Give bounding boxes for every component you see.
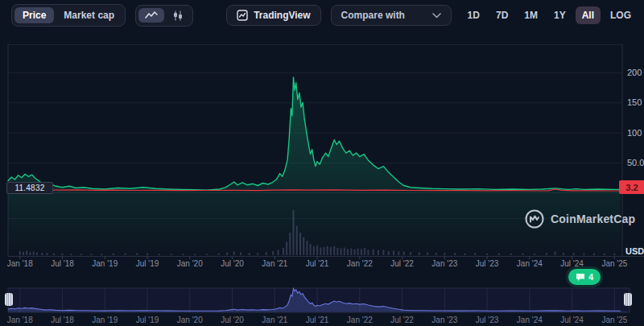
- y-axis-tick: 100: [627, 128, 642, 138]
- navigator-right-handle[interactable]: [624, 293, 632, 306]
- compare-with-label: Compare with: [341, 10, 405, 21]
- annotation-count: 4: [588, 272, 593, 282]
- chart-widget: Price Market cap: [0, 0, 644, 326]
- compare-price-badge: 3.2: [619, 180, 644, 194]
- range-button-log[interactable]: LOG: [604, 6, 638, 24]
- chart-type-toggle: [135, 5, 193, 27]
- y-axis-tick: 200: [627, 68, 642, 77]
- line-chart-icon: [145, 10, 158, 20]
- compare-with-select[interactable]: Compare with: [331, 5, 452, 26]
- currency-axis-label: USD: [625, 246, 644, 256]
- coinmarketcap-logo-icon: [525, 209, 544, 229]
- range-button-1y[interactable]: 1Y: [547, 6, 572, 24]
- market-cap-tab[interactable]: Market cap: [56, 7, 122, 23]
- candlestick-icon: [172, 10, 184, 21]
- tradingview-button[interactable]: TradingView: [226, 5, 320, 26]
- line-chart-button[interactable]: [138, 8, 164, 23]
- range-selector: 1D7D1M1YAllLOG: [461, 6, 638, 24]
- tradingview-icon: [237, 10, 248, 21]
- annotations-badge[interactable]: 4: [568, 269, 601, 285]
- current-price-badge: 11.4832: [6, 182, 53, 194]
- range-button-7d[interactable]: 7D: [489, 6, 514, 24]
- range-button-1d[interactable]: 1D: [461, 6, 486, 24]
- y-axis-tick: 150: [627, 97, 642, 107]
- chevron-down-icon: [432, 13, 441, 19]
- chat-bubble-icon: [576, 273, 585, 282]
- navigator-left-handle[interactable]: [5, 293, 13, 306]
- price-tab[interactable]: Price: [14, 7, 54, 23]
- chart-canvas: 20015010050.0: [0, 0, 644, 326]
- watermark-text: CoinMarketCap: [551, 213, 635, 225]
- series-toggle: Price Market cap: [11, 4, 126, 27]
- chart-toolbar: Price Market cap: [11, 4, 638, 27]
- toolbar-right: TradingView Compare with 1D7D1M1YAllLOG: [226, 5, 638, 26]
- range-button-all[interactable]: All: [576, 6, 601, 24]
- y-axis-tick: 50.0: [627, 158, 644, 167]
- range-button-1m[interactable]: 1M: [518, 6, 544, 24]
- tradingview-label: TradingView: [254, 10, 310, 21]
- coinmarketcap-watermark: CoinMarketCap: [525, 209, 635, 229]
- candlestick-button[interactable]: [166, 8, 190, 23]
